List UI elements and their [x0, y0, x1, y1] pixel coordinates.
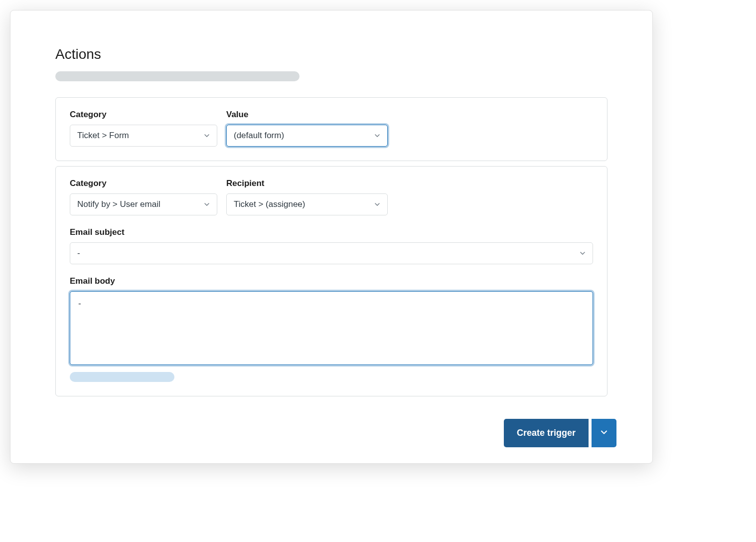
category-select[interactable]: Notify by > User email — [70, 193, 217, 215]
value-select-value: (default form) — [234, 131, 284, 141]
category-select-value: Notify by > User email — [77, 199, 160, 209]
category-label: Category — [70, 110, 217, 120]
email-subject-select[interactable]: - — [70, 242, 593, 264]
recipient-label: Recipient — [226, 179, 388, 188]
action-card-2: Category Notify by > User email Recipien… — [55, 166, 607, 396]
actions-panel: Actions Category Ticket > Form Value (de… — [10, 10, 653, 464]
category-select[interactable]: Ticket > Form — [70, 125, 217, 147]
chevron-down-icon — [373, 200, 381, 208]
value-label: Value — [226, 110, 388, 120]
value-field: Value (default form) — [226, 110, 388, 147]
category-label: Category — [70, 179, 217, 188]
chevron-down-icon — [373, 132, 381, 140]
recipient-select-value: Ticket > (assignee) — [234, 199, 305, 209]
email-body-textarea[interactable] — [70, 291, 593, 365]
email-body-field: Email body — [70, 276, 593, 365]
action-card-1: Category Ticket > Form Value (default fo… — [55, 97, 607, 161]
email-body-label: Email body — [70, 276, 593, 286]
create-trigger-button[interactable]: Create trigger — [504, 419, 589, 447]
email-subject-field: Email subject - — [70, 227, 593, 264]
category-select-value: Ticket > Form — [77, 131, 129, 141]
recipient-select[interactable]: Ticket > (assignee) — [226, 193, 388, 215]
chevron-down-icon — [203, 132, 211, 140]
category-field: Category Ticket > Form — [70, 110, 217, 147]
section-title: Actions — [55, 46, 607, 62]
email-subject-value: - — [77, 248, 80, 258]
helper-skeleton — [70, 372, 174, 382]
value-select[interactable]: (default form) — [226, 125, 388, 147]
footer-actions: Create trigger — [504, 419, 616, 447]
create-trigger-split-button[interactable] — [592, 419, 616, 447]
subtitle-skeleton — [55, 71, 300, 81]
chevron-down-icon — [579, 249, 587, 257]
chevron-down-icon — [203, 200, 211, 208]
chevron-down-icon — [599, 427, 609, 439]
recipient-field: Recipient Ticket > (assignee) — [226, 179, 388, 215]
email-subject-label: Email subject — [70, 227, 593, 237]
category-field: Category Notify by > User email — [70, 179, 217, 215]
